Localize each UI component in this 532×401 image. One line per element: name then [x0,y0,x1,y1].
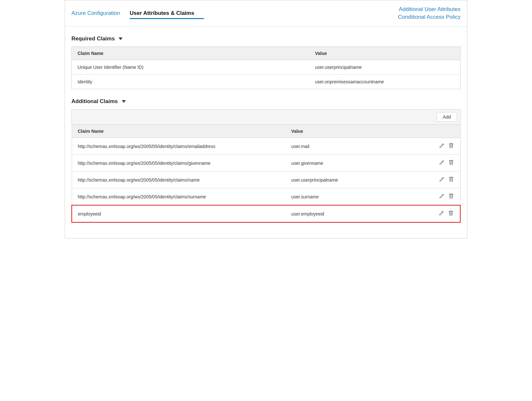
claim-name-cell: Identity [72,75,309,89]
table-row: Unique User Identifier (Name ID) user.us… [72,60,461,75]
table-row: http://schemas.xmlsoap.org/ws/2005/05/id… [72,172,460,188]
required-claims-col-value: Value [309,47,461,60]
table-row: http://schemas.xmlsoap.org/ws/2005/05/id… [72,138,460,155]
pencil-icon [439,211,444,216]
add-toolbar: Add [71,109,461,124]
claim-value-cell: user.surname [285,188,421,206]
additional-claims-header-row: Claim Name Value [72,125,460,138]
additional-claims-chevron-icon[interactable] [122,100,126,103]
claim-name-cell: http://schemas.xmlsoap.org/ws/2005/05/id… [72,138,285,155]
required-claims-section-header: Required Claims [71,36,461,42]
additional-claims-col-actions [421,125,460,138]
claim-value-cell: user.userprincipalname [309,60,461,75]
claim-name-cell: http://schemas.xmlsoap.org/ws/2005/05/id… [72,188,285,206]
additional-claims-col-name: Claim Name [72,125,285,138]
claim-actions-cell [421,155,460,172]
trash-icon [449,194,454,199]
claim-actions-cell [421,138,460,155]
additional-claims-section-header: Additional Claims [71,98,461,105]
trash-icon [448,211,453,216]
pencil-icon [439,194,444,199]
edit-button[interactable] [438,176,445,184]
main-content: Required Claims Claim Name Value Unique … [65,26,467,238]
trash-icon [449,177,454,182]
delete-button[interactable] [448,210,454,217]
nav-right-group: Additional User Attributes Conditional A… [398,5,461,21]
additional-claims-col-value: Value [285,125,421,138]
claim-value-cell: user.givenname [285,155,421,172]
pencil-icon [439,143,444,148]
claim-actions-cell [421,205,460,222]
delete-button[interactable] [448,193,454,200]
claim-value-cell: user.employeeid [285,205,421,222]
nav-user-attributes-claims[interactable]: User Attributes & Claims [130,7,204,19]
nav-additional-user-attributes[interactable]: Additional User Attributes [399,5,461,13]
claim-name-cell: Unique User Identifier (Name ID) [72,60,309,75]
required-claims-header-row: Claim Name Value [72,47,461,60]
claim-value-cell: user.mail [285,138,421,155]
trash-icon [449,160,454,165]
add-button[interactable]: Add [437,112,457,122]
pencil-icon [439,160,444,165]
edit-button[interactable] [438,159,445,167]
pencil-icon [439,177,444,182]
table-row: http://schemas.xmlsoap.org/ws/2005/05/id… [72,155,460,172]
nav-header: Azure Configuration User Attributes & Cl… [65,0,467,26]
delete-button[interactable] [448,159,454,167]
claim-actions-cell [421,188,460,206]
claim-name-cell: employeeid [72,205,285,222]
additional-claims-label: Additional Claims [71,98,118,105]
nav-azure-config[interactable]: Azure Configuration [71,7,130,19]
required-claims-table: Claim Name Value Unique User Identifier … [71,47,461,89]
required-claims-col-name: Claim Name [72,47,309,60]
additional-claims-table: Claim Name Value http://schemas.xmlsoap.… [71,124,461,223]
edit-button[interactable] [438,193,445,200]
edit-button[interactable] [438,142,445,150]
required-claims-label: Required Claims [71,36,115,42]
table-row: http://schemas.xmlsoap.org/ws/2005/05/id… [72,188,460,206]
table-row: Identity user.onpremisessamaccountname [72,75,461,89]
table-row: employeeid user.employeeid [72,205,460,222]
edit-button[interactable] [438,210,444,217]
claim-actions-cell [421,172,460,188]
claim-value-cell: user.onpremisessamaccountname [309,75,461,89]
claim-value-cell: user.userprincipalname [285,172,421,188]
delete-button[interactable] [448,176,454,184]
trash-icon [449,143,454,148]
nav-conditional-access-policy[interactable]: Conditional Access Policy [398,13,461,21]
claim-name-cell: http://schemas.xmlsoap.org/ws/2005/05/id… [72,155,285,172]
claim-name-cell: http://schemas.xmlsoap.org/ws/2005/05/id… [72,172,285,188]
required-claims-chevron-icon[interactable] [119,37,122,40]
delete-button[interactable] [448,142,454,150]
